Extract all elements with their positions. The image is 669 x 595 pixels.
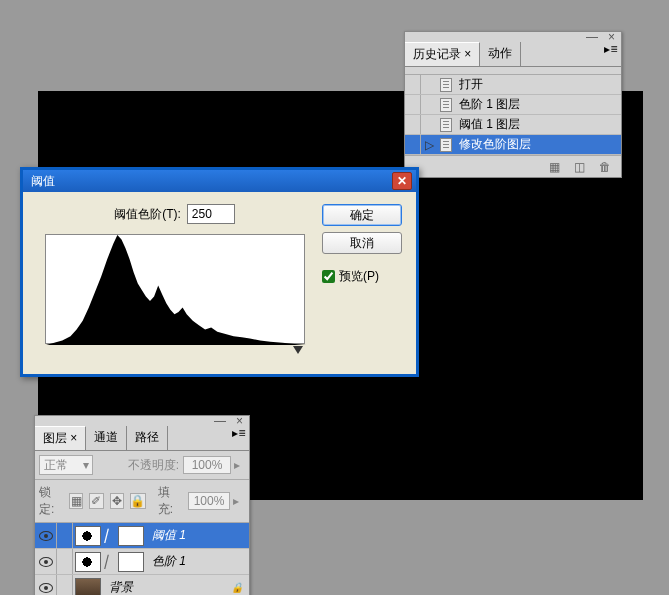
ok-button[interactable]: 确定	[322, 204, 402, 226]
lock-icon: 🔒	[231, 582, 243, 593]
history-item[interactable]: 阈值 1 图层	[405, 115, 621, 135]
tab-actions[interactable]: 动作	[480, 42, 521, 66]
document-icon	[440, 78, 452, 92]
fill-field[interactable]: 100%	[188, 492, 230, 510]
eye-icon	[39, 531, 53, 541]
fill-label: 填充:	[158, 484, 182, 518]
threshold-input[interactable]	[187, 204, 235, 224]
histogram	[45, 234, 305, 344]
visibility-toggle[interactable]	[35, 549, 57, 574]
threshold-label: 阈值色阶(T):	[114, 206, 181, 223]
lock-move-icon[interactable]: ✥	[110, 493, 124, 509]
lock-transparency-icon[interactable]: ▦	[69, 493, 83, 509]
document-icon	[440, 98, 452, 112]
history-panel: ― × 历史记录 × 动作 ▸≡ 打开 色阶 1 图层 阈值 1 图层 ▷ 修改…	[404, 31, 622, 178]
lock-label: 锁定:	[39, 484, 63, 518]
tab-history[interactable]: 历史记录 ×	[405, 42, 480, 66]
tab-channels[interactable]: 通道	[86, 426, 127, 450]
layer-list: ▏ 阈值 1 ▏ 色阶 1 背景 🔒	[35, 523, 249, 595]
mask-thumb[interactable]	[118, 526, 144, 546]
layers-panel: ― × 图层 × 通道 路径 ▸≡ 正常 不透明度: 100% 锁定: ▦ ✐ …	[34, 415, 250, 595]
new-snapshot-icon[interactable]: ◫	[574, 160, 585, 174]
lock-all-icon[interactable]: 🔒	[130, 493, 146, 509]
threshold-slider[interactable]	[45, 346, 305, 356]
layer-name: 色阶 1	[152, 553, 186, 570]
history-item[interactable]: 色阶 1 图层	[405, 95, 621, 115]
layer-row[interactable]: ▏ 阈值 1	[35, 523, 249, 549]
eye-icon	[39, 583, 53, 593]
preview-checkbox[interactable]: 预览(P)	[322, 268, 402, 285]
history-item[interactable]: ▷ 修改色阶图层	[405, 135, 621, 155]
layer-name: 阈值 1	[152, 527, 186, 544]
visibility-toggle[interactable]	[35, 523, 57, 548]
preview-checkbox-input[interactable]	[322, 270, 335, 283]
tab-layers[interactable]: 图层 ×	[35, 426, 86, 450]
threshold-dialog: 阈值 ✕ 阈值色阶(T): 确定 取消	[20, 167, 419, 377]
opacity-label: 不透明度:	[128, 457, 179, 474]
panel-menu-icon[interactable]: ▸≡	[601, 42, 621, 66]
blend-mode-select[interactable]: 正常	[39, 455, 93, 475]
tab-paths[interactable]: 路径	[127, 426, 168, 450]
panel-menu-icon[interactable]: ▸≡	[229, 426, 249, 450]
history-snapshot-row[interactable]	[405, 67, 621, 75]
layer-name: 背景	[109, 579, 133, 595]
slider-handle-icon[interactable]	[293, 346, 303, 354]
history-item[interactable]: 打开	[405, 75, 621, 95]
cancel-button[interactable]: 取消	[322, 232, 402, 254]
eye-icon	[39, 557, 53, 567]
layer-row[interactable]: 背景 🔒	[35, 575, 249, 595]
adjustment-thumb-icon	[75, 526, 101, 546]
close-button[interactable]: ✕	[392, 172, 412, 190]
layer-row[interactable]: ▏ 色阶 1	[35, 549, 249, 575]
adjustment-thumb-icon	[75, 552, 101, 572]
history-pointer-icon: ▷	[421, 138, 437, 152]
dialog-titlebar[interactable]: 阈值 ✕	[23, 170, 416, 192]
dialog-title: 阈值	[27, 173, 392, 190]
history-list: 打开 色阶 1 图层 阈值 1 图层 ▷ 修改色阶图层	[405, 75, 621, 155]
lock-paint-icon[interactable]: ✐	[89, 493, 103, 509]
document-icon	[440, 138, 452, 152]
mask-thumb[interactable]	[118, 552, 144, 572]
visibility-toggle[interactable]	[35, 575, 57, 595]
layer-thumb	[75, 578, 101, 596]
create-document-icon[interactable]: ▦	[549, 160, 560, 174]
document-icon	[440, 118, 452, 132]
trash-icon[interactable]: 🗑	[599, 160, 611, 174]
opacity-field[interactable]: 100%	[183, 456, 231, 474]
